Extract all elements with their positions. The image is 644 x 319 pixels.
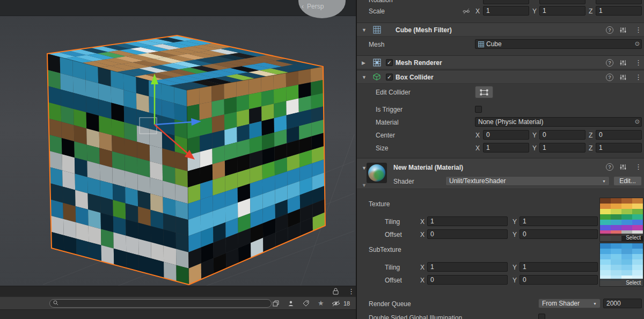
help-icon[interactable]: ?	[606, 59, 613, 67]
mesh-renderer-icon	[373, 59, 381, 67]
edit-collider-button[interactable]	[475, 86, 493, 98]
double-sided-gi-label: Double Sided Global Illumination	[369, 314, 462, 319]
texture-offset-y-field[interactable]: 0	[519, 229, 598, 239]
box-collider-header[interactable]: ▼ ✓ Box Collider ? ⋮	[357, 70, 644, 84]
subtexture-tiling-x-field[interactable]: 1	[427, 262, 508, 272]
object-picker-icon[interactable]: ⊙	[635, 41, 640, 47]
center-z-field[interactable]: 0	[596, 130, 642, 140]
mesh-object-field[interactable]: Cube ⊙	[475, 39, 642, 49]
hierarchy-toolbar: ★ 18	[0, 296, 356, 309]
mesh-renderer-header[interactable]: ▶ ✓ Mesh Renderer ? ⋮	[357, 55, 644, 69]
subtexture-select-button[interactable]: Select	[600, 279, 643, 286]
collider-center-row: Center X 0 Y 0 Z 0	[357, 130, 644, 141]
texture-select-button[interactable]: Select	[600, 234, 643, 241]
gizmo-x-axis-arrow[interactable]	[155, 125, 195, 160]
physic-material-field[interactable]: None (Physic Material) ⊙	[475, 117, 642, 127]
presets-icon[interactable]	[620, 74, 626, 81]
mesh-renderer-foldout[interactable]: ▶	[362, 61, 365, 66]
rotation-y-field[interactable]	[539, 0, 586, 4]
subtexture-thumbnail[interactable]: Select	[599, 243, 643, 287]
presets-icon[interactable]	[620, 164, 626, 170]
mesh-value-icon	[478, 41, 484, 47]
render-queue-dropdown[interactable]: From Shader ▼	[538, 299, 601, 308]
shader-edit-button[interactable]: Edit...	[613, 176, 642, 186]
component-menu-icon[interactable]: ⋮	[635, 163, 642, 170]
mesh-filter-foldout[interactable]: ▼	[362, 28, 367, 33]
scene-visibility-eye-icon[interactable]	[332, 300, 340, 307]
shader-dropdown[interactable]: Unlit/TextureShader ▼	[445, 176, 610, 186]
help-icon[interactable]: ?	[606, 26, 613, 34]
center-y-field[interactable]: 0	[539, 130, 586, 140]
scene-view[interactable]: ‹ Persp	[0, 0, 356, 286]
material-preview-foldout[interactable]: ▼	[362, 183, 367, 188]
component-menu-icon[interactable]: ⋮	[635, 74, 642, 81]
size-label: Size	[376, 144, 388, 152]
offset-label: Offset	[385, 231, 402, 238]
edit-collider-label: Edit Collider	[376, 89, 411, 96]
subtexture-label: SubTexture	[369, 246, 401, 253]
scale-y-field[interactable]: 1	[539, 6, 586, 16]
scale-z-field[interactable]: 1	[596, 6, 642, 16]
material-preview-icon[interactable]	[367, 163, 387, 183]
rotation-z-field[interactable]	[596, 0, 642, 4]
open-in-window-icon[interactable]	[273, 300, 279, 307]
subtexture-tiling-y-field[interactable]: 1	[519, 262, 598, 272]
size-z-field[interactable]: 1	[596, 143, 642, 153]
scale-x-field[interactable]: 1	[483, 6, 529, 16]
axis-x-label: X	[420, 218, 425, 226]
texture-thumbnail[interactable]: Select	[599, 198, 643, 242]
component-menu-icon[interactable]: ⋮	[635, 26, 642, 33]
texture-offset-x-field[interactable]: 0	[427, 229, 508, 239]
filter-by-label-icon[interactable]	[303, 300, 309, 307]
center-x-field[interactable]: 0	[483, 130, 529, 140]
box-collider-icon	[373, 73, 380, 81]
rotation-row: Rotation	[357, 0, 644, 5]
gizmo-z-axis-arrow[interactable]	[155, 118, 201, 126]
mesh-renderer-enabled-checkbox[interactable]: ✓	[386, 59, 393, 66]
collider-size-row: Size X 1 Y 1 Z 1	[357, 143, 644, 154]
favorites-star-icon[interactable]: ★	[318, 299, 324, 307]
axis-y-label: Y	[513, 218, 517, 226]
translate-gizmo[interactable]	[0, 0, 356, 286]
axis-z-label: Z	[589, 8, 592, 15]
help-icon[interactable]: ?	[606, 74, 613, 81]
lock-icon[interactable]	[333, 288, 339, 295]
mesh-label: Mesh	[369, 41, 384, 48]
constrain-proportions-link-icon[interactable]	[463, 8, 470, 15]
mesh-renderer-title: Mesh Renderer	[396, 59, 442, 67]
bottom-panel-body	[0, 309, 356, 319]
is-trigger-checkbox[interactable]	[475, 106, 482, 113]
material-component-header[interactable]: ▼ New Material (Material) ? ⋮ Shader Unl…	[357, 158, 644, 189]
size-y-field[interactable]: 1	[539, 143, 586, 153]
inspector-panel: Rotation Scale X 1 Y 1 Z 1 ▼ Cube (Mesh …	[357, 0, 644, 319]
size-x-field[interactable]: 1	[483, 143, 529, 153]
scene-panel: ‹ Persp	[0, 0, 356, 319]
axis-y-label: Y	[513, 231, 517, 238]
object-picker-icon[interactable]: ⊙	[635, 119, 640, 125]
filter-by-type-icon[interactable]	[288, 300, 294, 307]
is-trigger-row: Is Trigger	[357, 104, 644, 115]
box-collider-enabled-checkbox[interactable]: ✓	[386, 74, 393, 81]
box-collider-foldout[interactable]: ▼	[362, 75, 367, 80]
panel-menu-icon[interactable]: ⋮	[348, 288, 355, 295]
presets-icon[interactable]	[620, 60, 626, 66]
rotation-x-field[interactable]	[483, 0, 529, 4]
subtexture-offset-y-field[interactable]: 0	[519, 275, 598, 285]
texture-tiling-y-field[interactable]: 1	[519, 216, 598, 226]
help-icon[interactable]: ?	[606, 163, 613, 171]
gizmo-y-axis-arrow[interactable]	[151, 74, 158, 125]
scale-row: Scale X 1 Y 1 Z 1	[357, 6, 644, 17]
search-input[interactable]	[61, 300, 268, 307]
double-sided-gi-checkbox[interactable]	[538, 314, 545, 319]
presets-icon[interactable]	[620, 27, 626, 33]
chevron-down-icon: ▼	[593, 302, 597, 306]
material-component-foldout[interactable]: ▼	[362, 166, 367, 171]
search-box[interactable]	[49, 299, 272, 308]
component-menu-icon[interactable]: ⋮	[635, 59, 642, 66]
texture-tiling-x-field[interactable]: 1	[427, 216, 508, 226]
render-queue-row: Render Queue From Shader ▼ 2000	[357, 299, 644, 309]
mesh-filter-header[interactable]: ▼ Cube (Mesh Filter) ? ⋮	[357, 23, 644, 37]
material-title: New Material (Material)	[393, 164, 463, 171]
subtexture-offset-x-field[interactable]: 0	[427, 275, 508, 285]
render-queue-value-field[interactable]: 2000	[603, 299, 642, 308]
